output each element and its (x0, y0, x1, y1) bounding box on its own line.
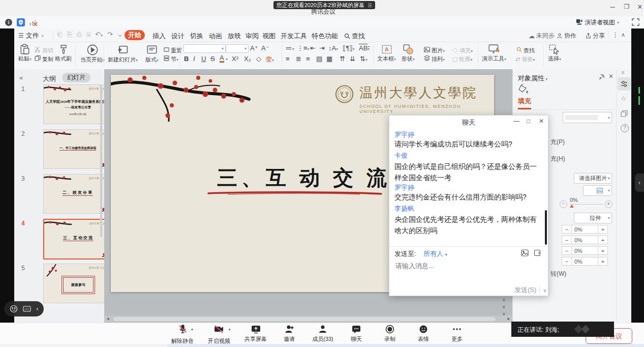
text-spacing-icon[interactable]: ⟦¶⟧▾ (343, 44, 355, 52)
play-from-page-button[interactable]: 当页开始▾ (80, 44, 105, 64)
panel-close-icon[interactable]: ✕ (608, 73, 614, 80)
superscript-button[interactable]: X² (232, 55, 238, 63)
security-shield-icon[interactable] (17, 18, 25, 26)
unmute-button[interactable]: ▲ 解除静音 (168, 325, 197, 345)
share-screen-button[interactable]: 共享屏幕 (241, 325, 270, 345)
spinner-minus[interactable]: − (562, 257, 572, 266)
properties-panel-icon-selected[interactable] (618, 77, 631, 91)
replace-button[interactable]: ⇄ 替换▾ (515, 54, 535, 63)
subscript-button[interactable]: X₂ (244, 55, 251, 63)
print-icon[interactable]: ⎙ (77, 31, 82, 39)
slider-minus-icon[interactable]: − (560, 200, 567, 208)
layout-button[interactable]: 版式▾ (145, 44, 159, 64)
clear-format-icon[interactable]: ◇ (256, 55, 261, 63)
collab-button[interactable]: 协作 (557, 32, 576, 40)
outline-button[interactable]: ▢ 轮廓▾ (452, 54, 472, 63)
chat-minimize-icon[interactable]: — (513, 118, 519, 125)
spinner-minus[interactable]: − (562, 246, 572, 255)
send-options-icon[interactable]: ∨ (543, 287, 546, 293)
sidebar-tab-slides[interactable]: 幻灯片 (62, 73, 90, 82)
emoji-smiley-icon[interactable] (10, 305, 18, 313)
fill-type-dropdown[interactable]: ▾ (563, 112, 612, 123)
fill-tab[interactable]: 填充 (518, 97, 531, 109)
chat-button[interactable]: 聊天 (342, 325, 371, 345)
line-spacing-icon[interactable]: ↕A▾ (328, 44, 338, 52)
mic-options-caret-icon[interactable]: ▲ (191, 327, 194, 331)
offset-spinner-4[interactable]: −0%+ (562, 257, 608, 266)
align-center-icon[interactable]: ≣ (296, 55, 301, 63)
decrease-indent-icon[interactable]: ⇤ (310, 44, 316, 52)
rotate-with-shape-fragment[interactable]: 转(W) (550, 270, 566, 278)
italic-button[interactable]: I (193, 55, 195, 63)
invite-button[interactable]: 邀请 (274, 325, 304, 345)
minimize-button[interactable]: ─ (608, 3, 617, 12)
properties-title[interactable]: 对象属性 ▾ (518, 74, 547, 83)
meeting-info-icon[interactable]: i (5, 19, 12, 26)
fill-option-pattern-fragment[interactable]: 充(H) (550, 155, 565, 163)
share-button[interactable]: 分享 (586, 32, 605, 40)
chat-header[interactable]: 聊天 — □ ✕ (389, 115, 548, 128)
section-button[interactable]: 节▾ (164, 54, 178, 63)
effects-icon[interactable]: ☆ (621, 95, 627, 102)
spinner-plus[interactable]: + (598, 236, 608, 244)
tab-slideshow[interactable]: 放映 (228, 32, 241, 41)
redo-icon[interactable]: ↷ (107, 31, 113, 39)
font-color-caret-icon[interactable]: ▾ (226, 57, 228, 62)
chat-sender[interactable]: 李扬帆 (394, 204, 414, 213)
chat-maximize-icon[interactable]: □ (527, 118, 530, 125)
tab-transition[interactable]: 切换 (190, 32, 203, 41)
numbered-list-icon[interactable]: ⋮≡▾ (297, 44, 310, 52)
duplicate-slide-icon[interactable] (621, 110, 628, 117)
fill-option-picture-fragment[interactable]: 充(P) (550, 138, 565, 147)
chat-sender[interactable]: 罗宇婷 (394, 183, 414, 192)
spinner-plus[interactable]: + (598, 257, 608, 266)
tab-animation[interactable]: 动画 (209, 32, 222, 41)
spinner-value[interactable]: 0% (572, 257, 598, 266)
text-direction-up-icon[interactable]: ⇈ (340, 55, 345, 63)
chat-close-icon[interactable]: ✕ (539, 118, 544, 125)
panel-menu-icon[interactable]: ≡ (621, 69, 624, 75)
next-slide-icon[interactable]: ∨ (502, 304, 506, 309)
sidebar-tab-outline[interactable]: 大纲 (43, 74, 56, 83)
spinner-minus[interactable]: − (562, 236, 572, 244)
collapse-ribbon-icon[interactable]: ∧ (621, 32, 625, 38)
offset-spinner-3[interactable]: −0%+ (562, 246, 608, 255)
h-scrollbar[interactable]: ◂ ▸ (104, 315, 512, 322)
font-size-combo[interactable]: ▾ (226, 44, 249, 53)
undo-icon[interactable]: ↶▾ (95, 31, 103, 39)
send-to-selector[interactable]: 所有人 ▾ (423, 250, 447, 257)
screenshot-icon[interactable] (534, 249, 541, 256)
sync-status[interactable]: ☁ 未同步 (529, 32, 555, 40)
spinner-plus[interactable]: + (598, 225, 608, 234)
scroll-right-icon[interactable]: ▸ (507, 316, 510, 321)
phonetic-button[interactable]: 变▾ (265, 55, 274, 64)
offset-spinner-1[interactable]: −0%+ (562, 225, 608, 234)
chat-sender[interactable]: 卡俊 (394, 151, 408, 160)
spinner-value[interactable]: 0% (572, 236, 598, 244)
shapes-button[interactable]: 形状▾ (402, 44, 415, 63)
pin-icon[interactable] (598, 74, 605, 80)
arrange-button[interactable]: 排列▾ (424, 54, 445, 63)
video-strip-expand-handle[interactable]: ‹ (635, 174, 644, 192)
banner-menu-icon[interactable]: ☰ (367, 3, 372, 8)
select-image-dropdown[interactable]: 请选择图片▾ (574, 173, 612, 184)
tab-home[interactable]: 开始 (125, 30, 145, 40)
transparency-slider[interactable]: − 0% + (560, 198, 612, 211)
restore-button[interactable]: ❐ (622, 3, 631, 12)
text-direction-icon[interactable]: ⇅▾ (360, 55, 367, 63)
tab-devtools[interactable]: 开发工具 (281, 32, 307, 41)
cut-button[interactable]: 剪切 (35, 45, 53, 54)
format-painter-button[interactable]: 格式刷 (55, 44, 72, 63)
start-video-button[interactable]: ▲ 开启视频 (204, 325, 234, 345)
distribute-icon[interactable]: ▦ (326, 55, 332, 63)
char-width-icon[interactable]: AB▾ (359, 44, 370, 52)
members-button[interactable]: 成员(33) (308, 325, 338, 345)
textbox-button[interactable]: A 文本框▾ (377, 44, 396, 63)
bold-button[interactable]: B (184, 55, 189, 63)
tab-view[interactable]: 视图 (262, 32, 275, 41)
paste-button[interactable]: 粘贴▾ (18, 44, 32, 63)
file-menu[interactable]: ☰ 文件 ∨ (18, 31, 44, 40)
save-icon[interactable]: ⎗ (57, 31, 62, 39)
slide-title[interactable]: 三、互 动 交 流 (197, 164, 411, 192)
spinner-value[interactable]: 0% (572, 225, 598, 234)
